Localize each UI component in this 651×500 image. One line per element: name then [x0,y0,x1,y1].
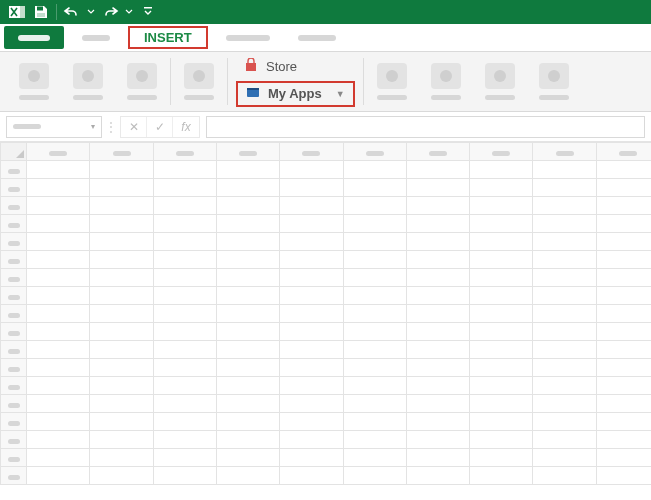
cell[interactable] [90,449,153,467]
cell[interactable] [343,269,406,287]
cell[interactable] [596,449,651,467]
cell[interactable] [533,179,596,197]
row-header[interactable] [1,413,27,431]
row-header[interactable] [1,233,27,251]
cell[interactable] [216,395,279,413]
tab-pagelayout[interactable] [212,24,284,51]
cell[interactable] [90,269,153,287]
cell[interactable] [90,413,153,431]
cell[interactable] [533,287,596,305]
cell[interactable] [27,233,90,251]
cell[interactable] [90,233,153,251]
ribbon-button-4[interactable] [179,63,219,100]
cell[interactable] [216,269,279,287]
cell[interactable] [470,233,533,251]
cell[interactable] [153,269,216,287]
cell[interactable] [533,377,596,395]
cell[interactable] [90,467,153,485]
cell[interactable] [153,395,216,413]
cell[interactable] [343,341,406,359]
cell[interactable] [343,377,406,395]
cell[interactable] [596,233,651,251]
cell[interactable] [280,377,343,395]
cell[interactable] [596,161,651,179]
cell[interactable] [280,305,343,323]
cell[interactable] [27,395,90,413]
cell[interactable] [343,251,406,269]
row-header[interactable] [1,305,27,323]
cell[interactable] [216,341,279,359]
cell[interactable] [343,359,406,377]
name-box-dropdown-icon[interactable]: ▾ [91,122,95,131]
cell[interactable] [280,431,343,449]
cell[interactable] [406,359,469,377]
cell[interactable] [153,251,216,269]
ribbon-button-6[interactable] [426,63,466,100]
cell[interactable] [90,197,153,215]
cell[interactable] [343,287,406,305]
tab-insert[interactable]: INSERT [128,26,208,49]
cell[interactable] [406,323,469,341]
cell[interactable] [406,251,469,269]
redo-icon[interactable] [99,1,121,23]
row-header[interactable] [1,449,27,467]
cell[interactable] [153,449,216,467]
cell[interactable] [280,215,343,233]
cell[interactable] [280,251,343,269]
cell[interactable] [343,431,406,449]
ribbon-button-3[interactable] [122,63,162,100]
redo-dropdown-icon[interactable] [123,1,135,23]
cell[interactable] [216,233,279,251]
save-icon[interactable] [30,1,52,23]
cell[interactable] [27,323,90,341]
cell[interactable] [470,251,533,269]
cell[interactable] [27,179,90,197]
cell[interactable] [406,179,469,197]
cell[interactable] [406,395,469,413]
cell[interactable] [280,395,343,413]
formula-bar-handle[interactable]: ⋮ [108,116,114,138]
cell[interactable] [216,251,279,269]
cell[interactable] [216,215,279,233]
row-header[interactable] [1,197,27,215]
cell[interactable] [27,251,90,269]
cell[interactable] [596,197,651,215]
column-header[interactable] [280,143,343,161]
cell[interactable] [596,467,651,485]
cell[interactable] [90,179,153,197]
cell[interactable] [470,161,533,179]
cell[interactable] [153,305,216,323]
cell[interactable] [27,359,90,377]
cell[interactable] [280,413,343,431]
cell[interactable] [153,179,216,197]
cell[interactable] [27,467,90,485]
column-header[interactable] [343,143,406,161]
cell[interactable] [596,395,651,413]
cell[interactable] [533,305,596,323]
cell[interactable] [90,377,153,395]
cell[interactable] [596,269,651,287]
cell[interactable] [406,287,469,305]
row-header[interactable] [1,161,27,179]
cell[interactable] [343,233,406,251]
cell[interactable] [216,305,279,323]
cell[interactable] [470,449,533,467]
row-header[interactable] [1,431,27,449]
cell[interactable] [216,161,279,179]
cell[interactable] [280,233,343,251]
cell[interactable] [343,215,406,233]
cell[interactable] [216,431,279,449]
cell[interactable] [470,413,533,431]
cell[interactable] [27,449,90,467]
cell[interactable] [216,449,279,467]
cell[interactable] [280,359,343,377]
cell[interactable] [406,431,469,449]
cell[interactable] [153,233,216,251]
column-header[interactable] [596,143,651,161]
cell[interactable] [343,161,406,179]
cancel-button[interactable]: ✕ [121,117,147,137]
formula-input[interactable] [206,116,645,138]
cell[interactable] [280,197,343,215]
cell[interactable] [216,197,279,215]
column-header[interactable] [533,143,596,161]
